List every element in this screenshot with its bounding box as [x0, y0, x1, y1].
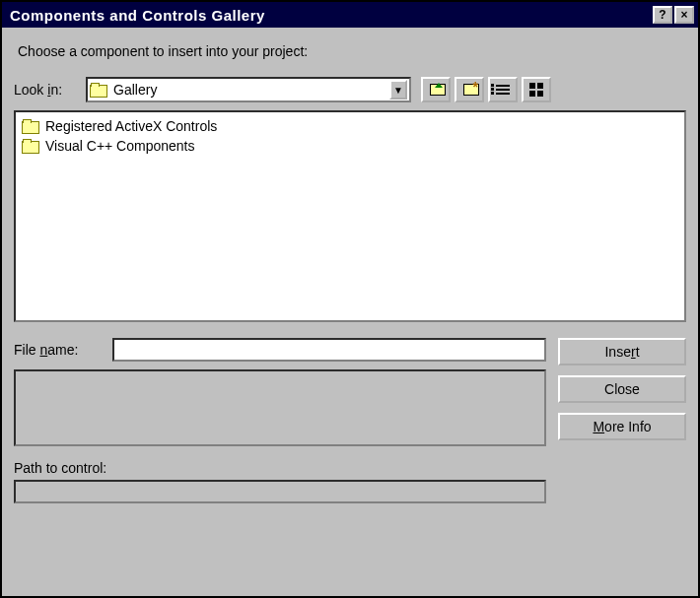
- path-row: Path to control:: [14, 460, 546, 503]
- details-icon: [529, 83, 543, 97]
- lookin-toolbar: [421, 77, 551, 102]
- lower-left: File name: Path to control:: [14, 338, 546, 503]
- view-list-button[interactable]: [488, 77, 518, 102]
- file-listbox[interactable]: Registered ActiveX Controls Visual C++ C…: [14, 110, 686, 322]
- path-label: Path to control:: [14, 460, 546, 476]
- instruction-text: Choose a component to insert into your p…: [18, 43, 686, 59]
- close-dialog-button[interactable]: Close: [558, 375, 686, 403]
- help-button[interactable]: ?: [653, 6, 672, 24]
- window-title: Components and Controls Gallery: [6, 7, 651, 24]
- chevron-down-icon[interactable]: ▼: [389, 80, 407, 100]
- list-item[interactable]: Registered ActiveX Controls: [22, 116, 678, 136]
- list-item-label: Visual C++ Components: [45, 138, 195, 154]
- titlebar: Components and Controls Gallery ? ×: [2, 2, 698, 28]
- folder-icon: [22, 119, 39, 133]
- filename-row: File name:: [14, 338, 546, 362]
- dialog-window: Components and Controls Gallery ? × Choo…: [0, 0, 700, 598]
- filename-input[interactable]: [112, 338, 546, 362]
- button-column: Insert Close More Info: [558, 338, 686, 503]
- lower-panel: File name: Path to control: Insert Close: [14, 338, 686, 503]
- close-button[interactable]: ×: [674, 6, 694, 24]
- lookin-combobox[interactable]: Gallery ▼: [86, 77, 411, 102]
- list-icon: [496, 85, 510, 95]
- folder-icon: [22, 139, 39, 153]
- description-area: [14, 369, 546, 446]
- lookin-value: Gallery: [113, 82, 389, 98]
- client-area: Choose a component to insert into your p…: [2, 28, 698, 596]
- list-item[interactable]: Visual C++ Components: [22, 136, 678, 156]
- filename-label: File name:: [14, 342, 112, 358]
- insert-button[interactable]: Insert: [558, 338, 686, 365]
- more-info-button[interactable]: More Info: [558, 413, 686, 440]
- path-display: [14, 480, 546, 503]
- new-folder-button[interactable]: [455, 77, 484, 102]
- list-item-label: Registered ActiveX Controls: [45, 118, 217, 134]
- lookin-row: Look in: Gallery ▼: [14, 77, 686, 102]
- view-details-button[interactable]: [522, 77, 551, 102]
- up-one-level-button[interactable]: [421, 77, 451, 102]
- lookin-label: Look in:: [14, 82, 62, 98]
- folder-icon: [90, 83, 107, 97]
